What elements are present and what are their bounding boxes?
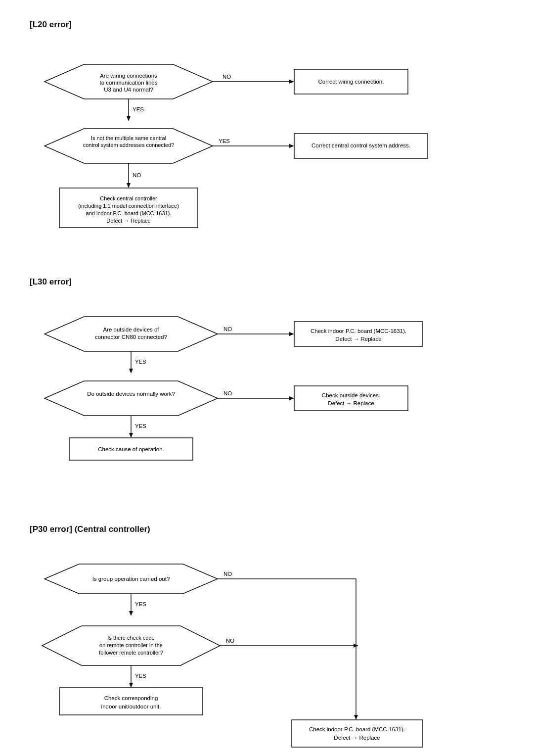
svg-text:Check corresponding: Check corresponding (104, 695, 158, 701)
l30-section: [L30 error] Are outside devices of conne… (30, 277, 504, 495)
svg-text:Correct wiring connection.: Correct wiring connection. (318, 79, 384, 85)
svg-text:indoor unit/outdoor unit.: indoor unit/outdoor unit. (101, 704, 161, 709)
p30-flowchart: Is group operation carried out? NO YES I… (30, 544, 504, 756)
l30-flowchart: Are outside devices of connector CN80 co… (30, 297, 504, 495)
p30-section: [P30 error] (Central controller) Is grou… (30, 524, 504, 756)
svg-marker-59 (129, 611, 133, 616)
svg-marker-43 (289, 396, 294, 400)
svg-marker-69 (129, 683, 133, 688)
svg-text:Defect → Replace: Defect → Replace (335, 336, 381, 342)
svg-text:Correct central control system: Correct central control system address. (312, 142, 410, 148)
svg-text:YES: YES (135, 359, 146, 365)
svg-text:Defect → Replace: Defect → Replace (334, 735, 380, 741)
l20-title: [L20 error] (30, 20, 504, 30)
svg-text:NO: NO (226, 638, 234, 644)
svg-text:Check cause of operation.: Check cause of operation. (98, 446, 164, 452)
svg-marker-16 (289, 144, 294, 148)
svg-marker-49 (129, 433, 133, 438)
svg-text:(including 1:1 model connectio: (including 1:1 model connection interfac… (78, 203, 179, 209)
svg-text:YES: YES (219, 138, 230, 144)
l20-section: [L20 error] Are wiring connections to co… (30, 20, 504, 247)
svg-text:NO: NO (222, 74, 231, 80)
svg-rect-34 (294, 322, 423, 346)
svg-text:follower remote controller?: follower remote controller? (99, 650, 163, 656)
svg-text:Is group operation carried out: Is group operation carried out? (92, 576, 170, 582)
svg-text:YES: YES (135, 601, 146, 607)
svg-rect-71 (59, 688, 203, 715)
svg-rect-75 (292, 720, 423, 747)
svg-text:Check indoor P.C. board (MCC-1: Check indoor P.C. board (MCC-1631). (309, 726, 405, 732)
l30-title: [L30 error] (30, 277, 504, 287)
svg-text:U3 and U4 normal?: U3 and U4 normal? (104, 87, 153, 93)
svg-marker-32 (289, 332, 294, 336)
svg-text:Are wiring connections: Are wiring connections (100, 73, 157, 79)
svg-text:NO: NO (223, 390, 232, 396)
svg-marker-74 (354, 715, 358, 720)
svg-text:YES: YES (135, 423, 146, 429)
svg-text:Defect → Replace: Defect → Replace (328, 400, 374, 406)
svg-marker-5 (289, 80, 294, 84)
svg-text:connector CN80 connected?: connector CN80 connected? (95, 334, 167, 340)
svg-text:Are outside devices of: Are outside devices of (103, 327, 159, 332)
svg-marker-40 (44, 381, 218, 416)
svg-text:Defect → Replace: Defect → Replace (106, 218, 150, 224)
svg-marker-21 (127, 183, 131, 188)
svg-text:and indoor P.C. board (MCC-163: and indoor P.C. board (MCC-1631). (86, 210, 172, 216)
l20-flowchart: Are wiring connections to communication … (30, 40, 504, 247)
svg-text:NO: NO (223, 326, 232, 332)
svg-text:on remote controller in the: on remote controller in the (99, 642, 163, 648)
svg-text:YES: YES (133, 106, 144, 112)
svg-text:Is there check code: Is there check code (107, 635, 154, 641)
p30-title: [P30 error] (Central controller) (30, 524, 504, 534)
svg-text:Check outside devices.: Check outside devices. (322, 392, 380, 398)
svg-text:to communication lines: to communication lines (100, 80, 158, 86)
svg-text:NO: NO (223, 571, 232, 577)
svg-text:Do outside devices normally wo: Do outside devices normally work? (87, 391, 175, 397)
svg-text:Is not the multiple same centr: Is not the multiple same central (91, 135, 166, 141)
svg-text:YES: YES (135, 673, 146, 679)
svg-text:NO: NO (133, 172, 141, 178)
svg-marker-38 (129, 369, 133, 374)
svg-text:Check indoor P.C. board (MCC-1: Check indoor P.C. board (MCC-1631). (311, 328, 406, 334)
svg-text:control system addresses conne: control system addresses connected? (83, 142, 175, 148)
svg-rect-45 (294, 386, 408, 411)
svg-marker-10 (127, 116, 131, 121)
svg-text:Check central controller: Check central controller (100, 195, 157, 201)
